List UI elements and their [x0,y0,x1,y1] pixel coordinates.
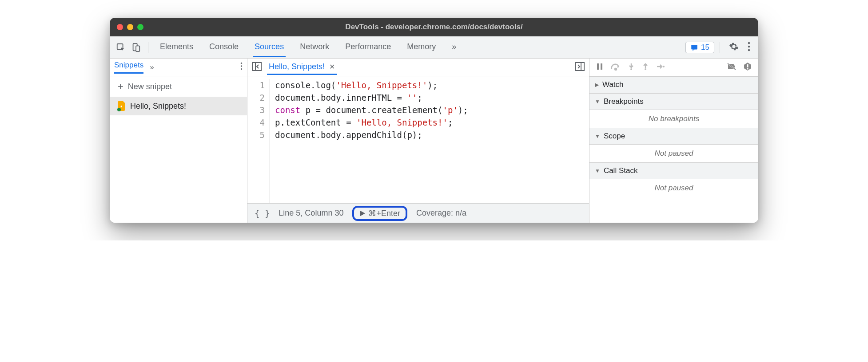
inspect-element-icon[interactable] [114,41,127,54]
show-debugger-icon[interactable] [575,62,585,73]
main-toolbar: Elements Console Sources Network Perform… [110,36,758,59]
pause-icon[interactable] [596,63,604,72]
tab-console[interactable]: Console [207,38,240,57]
svg-point-19 [645,68,646,70]
more-menu-icon[interactable] [744,42,754,53]
svg-rect-3 [691,45,697,50]
toolbar-divider [720,42,720,53]
pretty-print-icon[interactable]: { } [255,209,270,218]
issues-counter[interactable]: 15 [685,42,714,53]
show-navigator-icon[interactable] [252,62,262,73]
tab-elements[interactable]: Elements [158,38,195,57]
code-editor[interactable]: 12345 console.log('Hello, Snippets!');do… [247,76,589,203]
collapse-icon: ▼ [595,133,600,139]
breakpoints-section-header[interactable]: ▼ Breakpoints [589,93,758,110]
device-toggle-icon[interactable] [129,41,143,54]
tab-sources[interactable]: Sources [253,38,286,57]
navigator-overflow-icon[interactable]: » [150,63,154,72]
plus-icon: + [118,81,123,92]
navigator-pane: Snippets » + New snippet Hello, Snippets… [110,59,247,223]
callstack-label: Call Stack [604,166,638,175]
step-into-icon[interactable] [628,63,635,72]
snippets-tab[interactable]: Snippets [114,61,143,74]
scope-body: Not paused [589,145,758,162]
svg-point-8 [241,65,242,67]
zoom-window-button[interactable] [137,24,143,30]
panel-tabs: Elements Console Sources Network Perform… [158,38,458,57]
traffic-lights [117,24,143,30]
scope-section-header[interactable]: ▼ Scope [589,128,758,145]
settings-gear-icon[interactable] [725,42,742,53]
breakpoints-label: Breakpoints [604,97,644,106]
svg-point-17 [615,68,617,70]
svg-point-6 [748,49,750,51]
tab-performance[interactable]: Performance [343,38,393,57]
svg-rect-24 [747,68,749,69]
svg-point-20 [663,66,665,67]
new-snippet-label: New snippet [128,82,172,91]
cursor-position: Line 5, Column 30 [279,209,343,218]
svg-point-9 [241,68,242,70]
step-out-icon[interactable] [642,63,649,72]
tab-memory[interactable]: Memory [405,38,438,57]
watch-section-header[interactable]: ▶ Watch [589,76,758,93]
step-over-icon[interactable] [611,63,621,72]
svg-point-5 [748,45,750,47]
svg-point-10 [117,108,121,111]
tab-overflow[interactable]: » [450,38,458,57]
collapse-icon: ▼ [595,98,600,105]
code-lines[interactable]: console.log('Hello, Snippets!');document… [270,79,468,203]
snippet-list-item[interactable]: Hello, Snippets! [110,97,247,115]
line-gutter: 12345 [247,79,270,203]
tab-network[interactable]: Network [298,38,331,57]
main-content: Snippets » + New snippet Hello, Snippets… [110,59,758,223]
editor-statusbar: { } Line 5, Column 30 ⌘+Enter Coverage: … [247,203,589,223]
snippet-file-icon [118,101,126,111]
snippet-item-label: Hello, Snippets! [130,102,186,111]
editor-file-tab[interactable]: Hello, Snippets! ✕ [267,59,337,75]
svg-point-4 [748,42,750,43]
callstack-body: Not paused [589,179,758,197]
window-title: DevTools - developer.chrome.com/docs/dev… [345,23,522,31]
breakpoints-body: No breakpoints [589,110,758,128]
svg-point-7 [241,63,242,64]
expand-icon: ▶ [595,82,599,88]
run-shortcut-label: ⌘+Enter [368,209,400,218]
pause-on-exceptions-icon[interactable] [743,62,752,73]
coverage-label: Coverage: n/a [416,209,466,218]
navigator-tabs: Snippets » [110,59,247,76]
svg-rect-15 [597,63,599,70]
editor-pane: Hello, Snippets! ✕ 12345 console.log('He… [247,59,589,223]
new-snippet-button[interactable]: + New snippet [110,76,247,97]
run-snippet-button[interactable]: ⌘+Enter [352,206,407,221]
collapse-icon: ▼ [595,168,600,174]
svg-point-18 [630,68,632,70]
devtools-window: DevTools - developer.chrome.com/docs/dev… [110,18,758,223]
navigator-more-icon[interactable] [240,62,243,73]
callstack-section-header[interactable]: ▼ Call Stack [589,162,758,179]
close-tab-icon[interactable]: ✕ [329,63,335,71]
debugger-toolbar [589,59,758,76]
deactivate-breakpoints-icon[interactable] [727,63,736,72]
watch-label: Watch [602,80,624,89]
svg-rect-2 [136,46,139,51]
svg-rect-23 [747,64,749,67]
scope-label: Scope [604,132,625,141]
close-window-button[interactable] [117,24,123,30]
svg-rect-16 [601,63,602,70]
step-icon[interactable] [656,63,665,72]
debugger-pane: ▶ Watch ▼ Breakpoints No breakpoints ▼ S… [589,59,758,223]
titlebar: DevTools - developer.chrome.com/docs/dev… [110,18,758,36]
editor-tabbar: Hello, Snippets! ✕ [247,59,589,76]
file-tab-label: Hello, Snippets! [269,62,325,71]
toolbar-divider [148,42,148,53]
minimize-window-button[interactable] [127,24,133,30]
issues-count: 15 [701,43,709,52]
